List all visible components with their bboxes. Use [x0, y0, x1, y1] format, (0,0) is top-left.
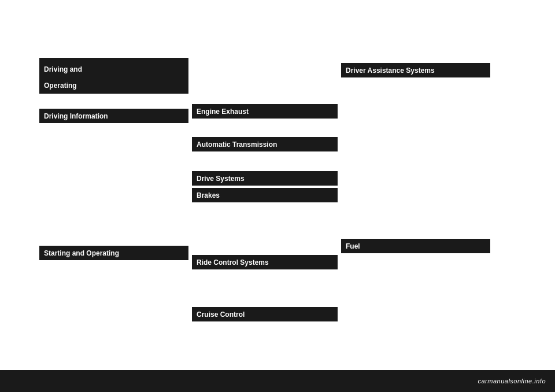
- fuel-label: Fuel: [346, 242, 360, 250]
- starting-and-operating-section[interactable]: Starting and Operating: [39, 246, 188, 260]
- brakes-section[interactable]: Brakes: [192, 188, 338, 202]
- ride-control-systems-label: Ride Control Systems: [197, 258, 269, 267]
- driving-information-section[interactable]: Driving Information: [39, 109, 188, 123]
- ride-control-systems-section[interactable]: Ride Control Systems: [192, 255, 338, 269]
- drive-systems-section[interactable]: Drive Systems: [192, 171, 338, 186]
- automatic-transmission-label: Automatic Transmission: [197, 140, 277, 149]
- footer-logo: carmanualsonline.info: [478, 378, 546, 384]
- automatic-transmission-section[interactable]: Automatic Transmission: [192, 137, 338, 151]
- driving-information-label: Driving Information: [44, 112, 108, 120]
- driver-assistance-systems-label: Driver Assistance Systems: [346, 66, 435, 75]
- cruise-control-section[interactable]: Cruise Control: [192, 307, 338, 321]
- page-container: Driving and Operating Driving Informatio…: [0, 0, 555, 392]
- engine-exhaust-section[interactable]: Engine Exhaust: [192, 104, 338, 119]
- brakes-label: Brakes: [197, 191, 220, 199]
- page-title: Driving and Operating: [44, 60, 183, 91]
- title-block[interactable]: Driving and Operating: [39, 58, 188, 94]
- drive-systems-label: Drive Systems: [197, 175, 245, 183]
- fuel-section[interactable]: Fuel: [341, 239, 490, 253]
- engine-exhaust-label: Engine Exhaust: [197, 108, 249, 116]
- cruise-control-label: Cruise Control: [197, 310, 245, 319]
- starting-and-operating-label: Starting and Operating: [44, 249, 119, 257]
- driver-assistance-systems-section[interactable]: Driver Assistance Systems: [341, 63, 490, 77]
- footer-bar: carmanualsonline.info: [0, 370, 555, 392]
